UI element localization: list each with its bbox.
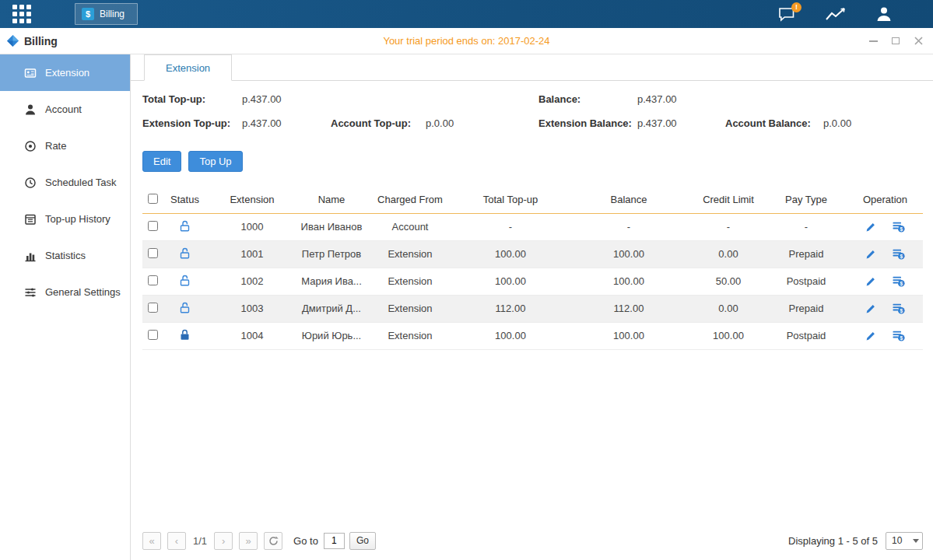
sidebar-item-rate[interactable]: Rate [0, 128, 130, 164]
svg-text:$: $ [900, 308, 903, 314]
apps-grid-icon[interactable] [12, 5, 31, 23]
column-header-operation: Operation [847, 187, 923, 213]
summary-value: p.437.00 [637, 117, 725, 131]
svg-text:$: $ [900, 281, 903, 287]
prev-page-button[interactable]: ‹ [167, 532, 186, 550]
cell-pay-type: - [765, 213, 847, 240]
edit-pencil-icon[interactable] [865, 222, 875, 233]
cell-name: Иван Иванов [298, 213, 365, 240]
top-up-money-icon[interactable]: $ [893, 331, 905, 341]
sidebar-item-label: Account [45, 103, 82, 115]
maximize-button[interactable] [890, 36, 901, 47]
page-size-select[interactable]: 10 [886, 532, 923, 550]
summary-label: Extension Top-up: [142, 117, 242, 131]
summary-value: p.0.00 [426, 117, 538, 131]
tab-extension[interactable]: Extension [144, 54, 232, 81]
cell-credit-limit: 100.00 [692, 322, 765, 349]
cell-total-topup: 100.00 [455, 240, 566, 268]
cell-charged-from: Extension [365, 322, 455, 349]
cell-pay-type: Postpaid [765, 268, 847, 295]
cell-total-topup: 100.00 [455, 322, 566, 349]
column-header-pay-type: Pay Type [765, 187, 847, 213]
page-indicator: 1/1 [193, 535, 207, 547]
edit-pencil-icon[interactable] [865, 331, 875, 341]
unlocked-icon[interactable] [180, 220, 190, 232]
column-header-name: Name [298, 187, 365, 213]
cell-pay-type: Prepaid [765, 240, 847, 268]
edit-pencil-icon[interactable] [865, 277, 875, 287]
next-page-button[interactable]: › [214, 532, 233, 550]
summary-value: p.437.00 [242, 93, 331, 107]
summary-label: Account Top-up: [331, 117, 426, 131]
cell-balance: - [566, 213, 692, 240]
first-page-button[interactable]: « [142, 532, 161, 550]
edit-pencil-icon[interactable] [865, 250, 875, 260]
top-up-money-icon[interactable]: $ [893, 276, 905, 287]
summary-label: Extension Balance: [538, 117, 637, 131]
cell-credit-limit: 50.00 [692, 268, 765, 295]
cell-extension: 1003 [206, 295, 298, 322]
cell-extension: 1004 [206, 322, 298, 349]
table-row: 1003 Дмитрий Д... Extension 112.00 112.0… [142, 295, 923, 322]
cell-balance: 112.00 [566, 295, 692, 322]
table-row: 1002 Мария Ива... Extension 100.00 100.0… [142, 268, 923, 295]
history-calendar-icon [24, 213, 37, 226]
close-button[interactable] [913, 36, 924, 47]
summary-label: Balance: [538, 93, 637, 107]
row-checkbox[interactable] [148, 221, 158, 231]
column-header-credit-limit: Credit Limit [692, 187, 765, 213]
cell-name: Дмитрий Д... [298, 295, 365, 322]
last-page-button[interactable]: » [239, 532, 258, 550]
column-header-charged-from: Charged From [365, 187, 455, 213]
cell-total-topup: - [455, 213, 566, 240]
summary-label: Total Top-up: [142, 93, 242, 107]
row-checkbox[interactable] [148, 330, 158, 340]
top-up-money-icon[interactable]: $ [893, 303, 905, 314]
unlocked-icon[interactable] [180, 247, 190, 259]
svg-text:$: $ [900, 335, 903, 341]
goto-page-input[interactable] [324, 533, 345, 549]
sidebar-item-label: Extension [45, 67, 89, 79]
sidebar-item-label: General Settings [45, 286, 121, 298]
top-up-money-icon[interactable]: $ [893, 249, 905, 260]
sidebar-item-general-settings[interactable]: General Settings [0, 274, 130, 310]
cell-pay-type: Postpaid [765, 322, 847, 349]
cell-pay-type: Prepaid [765, 295, 847, 322]
edit-button[interactable]: Edit [142, 151, 181, 172]
statistics-chart-icon[interactable] [826, 7, 846, 21]
cell-extension: 1002 [206, 268, 298, 295]
svg-text:$: $ [900, 254, 903, 260]
sidebar-item-topup-history[interactable]: Top-up History [0, 201, 130, 237]
row-checkbox[interactable] [148, 275, 158, 285]
refresh-icon[interactable] [264, 532, 282, 550]
top-up-money-icon[interactable]: $ [893, 222, 905, 233]
go-button[interactable]: Go [349, 532, 376, 550]
billing-app-icon [7, 35, 19, 47]
row-checkbox[interactable] [148, 248, 158, 258]
table-header-row: Status Extension Name Charged From Total… [142, 187, 923, 213]
unlocked-icon[interactable] [180, 275, 190, 286]
sidebar-item-extension[interactable]: Extension [0, 54, 130, 91]
billing-app-tab[interactable]: $ Billing [75, 3, 138, 25]
sidebar-item-scheduled-task[interactable]: Scheduled Task [0, 164, 130, 201]
cell-charged-from: Extension [365, 240, 455, 268]
user-account-icon[interactable] [875, 6, 893, 22]
table-row: 1000 Иван Иванов Account - - - - $ [142, 213, 923, 240]
sidebar-item-account[interactable]: Account [0, 91, 130, 128]
unlocked-icon[interactable] [180, 302, 190, 313]
sidebar-item-statistics[interactable]: Statistics [0, 237, 130, 274]
locked-icon[interactable] [180, 329, 190, 341]
goto-label: Go to [293, 535, 318, 547]
cell-charged-from: Account [365, 213, 455, 240]
edit-pencil-icon[interactable] [865, 304, 875, 314]
cell-credit-limit: 0.00 [692, 295, 765, 322]
dollar-icon: $ [82, 8, 94, 20]
minimize-button[interactable] [868, 36, 879, 47]
top-up-button[interactable]: Top Up [188, 151, 242, 172]
select-all-checkbox[interactable] [148, 194, 158, 204]
row-checkbox[interactable] [148, 303, 158, 313]
notifications-icon[interactable]: ! [778, 7, 796, 22]
sidebar: Extension Account Rate Scheduled Task [0, 54, 131, 560]
cell-balance: 100.00 [566, 240, 692, 268]
column-header-status: Status [163, 187, 206, 213]
